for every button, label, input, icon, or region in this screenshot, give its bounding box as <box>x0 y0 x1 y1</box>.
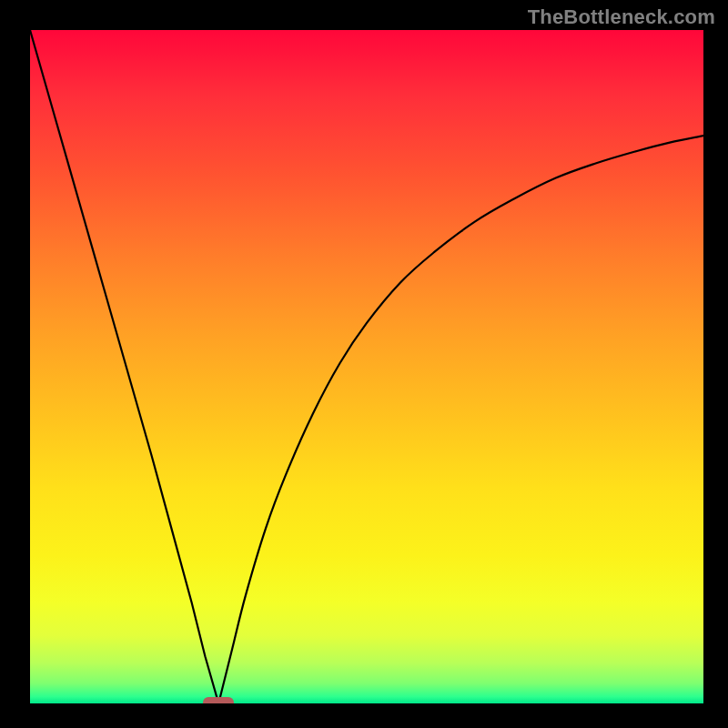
plot-area <box>30 30 703 703</box>
bottleneck-curve <box>30 30 703 703</box>
attribution-watermark: TheBottleneck.com <box>528 5 715 29</box>
chart-frame: TheBottleneck.com <box>0 0 728 728</box>
minimum-marker <box>203 697 234 703</box>
